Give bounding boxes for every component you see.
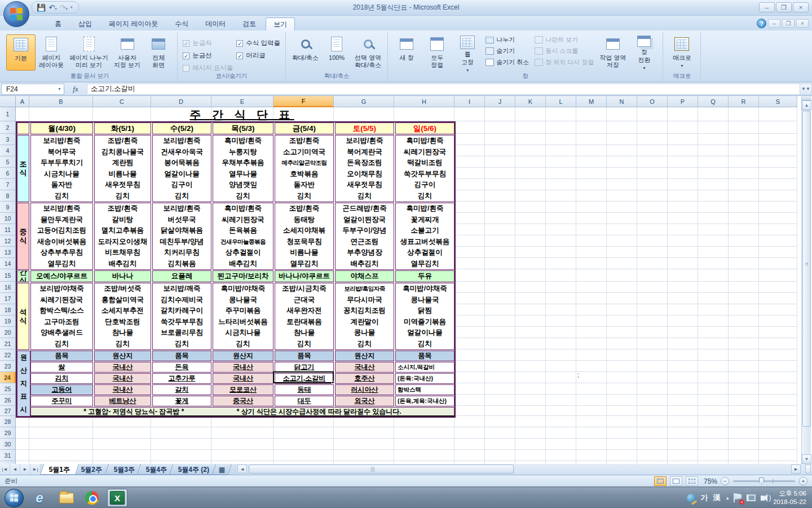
column-header-B[interactable]: B [29,96,93,107]
column-header-J[interactable]: J [485,96,515,107]
start-button[interactable] [5,489,24,507]
origin-header-0[interactable]: 품목 [30,351,93,361]
origin-header-2[interactable]: 품목 [152,351,211,361]
ime-korean-label[interactable]: 가 [700,493,708,503]
column-header-K[interactable]: K [515,96,546,107]
row-header-10[interactable]: 10 [0,213,16,224]
corner-cell[interactable] [17,122,29,134]
scroll-right-icon[interactable]: ► [791,465,801,474]
origin-header-6[interactable]: 품목 [395,351,454,361]
day-header-화(5/1)[interactable]: 화(5/1) [94,122,151,134]
origin-cell-r26-c4[interactable]: 대두 [275,396,334,406]
page-layout-view-button[interactable]: 페이지 레이아웃 [37,34,66,71]
row-header-27[interactable]: 27 [0,406,16,416]
tab-split-handle[interactable] [805,465,811,474]
origin-cell-r23-c5[interactable]: 국내산 [335,362,394,373]
ribbon-tab-검토[interactable]: 검토 [235,17,263,32]
menu-cell-월(4/30)-석식[interactable]: 보리밥/야채죽씨레기된장국함박스텍/소스고구마조림양배추샐러드김치 [30,283,93,350]
minimize-button[interactable]: – [759,2,775,12]
name-box[interactable]: F24 ▼ [1,84,64,95]
column-header-A[interactable]: A [16,96,29,107]
arrange-all-button[interactable]: 모두 정렬 [422,34,452,71]
scroll-left-icon[interactable]: ◄ [237,465,247,474]
zoom-button[interactable]: 확대/축소 [290,34,321,71]
zoom-level[interactable]: 75% [704,478,717,485]
section-label-중식[interactable]: 중식 [17,203,29,270]
insert-worksheet-tab[interactable]: ▦ [212,464,232,475]
switch-windows-button[interactable]: 창 전환 ▼ [629,34,659,71]
snack-cell-수(5/2)[interactable]: 요플레 [152,270,211,282]
custom-views-button[interactable]: 사용자 지정 보기 [112,34,143,71]
horizontal-scroll-thumb[interactable] [249,465,514,474]
zoom-out-icon[interactable]: − [721,477,729,485]
hide-button[interactable]: 숨기기 [484,46,530,56]
row-header-5[interactable]: 5 [0,156,16,168]
fill-handle[interactable] [332,381,334,384]
origin-cell-r23-c3[interactable]: 국내산 [213,362,273,373]
zoom-in-icon[interactable]: + [799,477,807,485]
zoom-to-selection-button[interactable]: 선택 영역 확대/축소 [352,34,383,71]
menu-cell-금(5/4)-석식[interactable]: 조밥/시금치죽근대국새우완자전토란대볶음참나물김치 [275,283,334,350]
snack-cell-토(5/5)[interactable]: 야채스프 [335,270,394,282]
checkbox-icon[interactable]: ✓ [183,52,189,59]
normal-view-button[interactable]: 기본 [6,34,36,71]
origin-header-5[interactable]: 원산지 [335,351,394,361]
status-normal-view-button[interactable] [654,476,667,486]
row-header-9[interactable]: 9 [0,202,16,213]
row-header-30[interactable]: 30 [0,439,16,450]
row-header-8[interactable]: 8 [0,190,16,202]
origin-cell-r25-c5[interactable]: 러시아산 [335,384,394,395]
vertical-split-handle[interactable] [802,96,811,100]
workbook-close-button[interactable]: × [796,19,809,28]
name-box-caret-icon[interactable]: ▼ [58,87,61,91]
column-header-E[interactable]: E [211,96,273,107]
ribbon-tab-홈[interactable]: 홈 [47,17,69,32]
zoom-slider-thumb[interactable] [759,478,764,485]
ribbon-tab-데이터[interactable]: 데이터 [198,17,233,32]
menu-cell-토(5/5)-조식[interactable]: 보리밥/흰죽북어계란국돈육장조림오이채무침새우젓무침김치 [335,135,394,202]
column-header-P[interactable]: P [668,96,698,107]
formula-bar-expand-icon[interactable]: ▼▼ [800,84,812,95]
select-all-corner[interactable] [0,96,16,107]
origin-cell-r26-c1[interactable]: 베트남산 [94,396,151,406]
status-page-break-button[interactable] [686,476,698,486]
close-button[interactable]: × [793,2,809,12]
row-header-6[interactable]: 6 [0,168,16,179]
origin-cell-r24-c6[interactable]: (돈육:국내산) [395,373,454,384]
scroll-up-icon[interactable]: ▲ [802,100,811,110]
origin-cell-r25-c0[interactable]: 고등어 [30,384,93,395]
volume-icon[interactable] [761,496,765,501]
row-header-4[interactable]: 4 [0,145,16,156]
ribbon-tab-보기[interactable]: 보기 [266,17,295,32]
origin-cell-r25-c3[interactable]: 모로코산 [213,384,273,395]
show-hidden-icons-icon[interactable]: ▲ [725,496,730,501]
origin-cell-r25-c6[interactable]: 함박스텍 [395,384,454,395]
row-header-28[interactable]: 28 [0,416,16,427]
snack-cell-화(5/1)[interactable]: 바나나 [94,270,151,282]
menu-cell-목(5/3)-석식[interactable]: 흑미밥/야채죽콩나물국주꾸미볶음느타리버섯볶음시금치나물김치 [213,283,273,350]
menu-cell-수(5/2)-석식[interactable]: 보리밥/깨죽김치수제비국갈치카레구이쑥갓두부무침브로콜리무침김치 [152,283,211,350]
menu-cell-금(5/4)-중식[interactable]: 조밥/흰죽동태탕소세지야채볶청포묵무침비름나물열무김치 [275,203,334,270]
language-bar-icon[interactable] [687,494,695,502]
unhide-button[interactable]: 숨기기 취소 [484,58,530,67]
column-header-F[interactable]: F [273,96,334,107]
menu-cell-금(5/4)-조식[interactable]: 조밥/흰죽소고기미역국메추리알곤약조림호박볶음돌자반김치 [275,135,334,202]
row-header-1[interactable]: 1 [0,107,16,121]
menu-cell-화(5/1)-조식[interactable]: 조밥/흰죽김치콩나물국계란찜비름나물새우젓무침김치 [94,135,151,202]
menu-cell-월(4/30)-조식[interactable]: 보리밥/흰죽북어무국두부두루치기시금치나물돌자반김치 [30,135,93,202]
column-header-D[interactable]: D [151,96,211,107]
taskbar-chrome[interactable] [82,489,102,507]
save-workspace-button[interactable]: 작업 영역 저장 [597,34,628,71]
taskbar-internet-explorer[interactable]: e [29,489,50,507]
column-header-H[interactable]: H [394,96,454,107]
row-header-14[interactable]: 14 [0,258,16,269]
checkbox-icon[interactable]: ✓ [236,40,243,47]
snack-cell-금(5/4)[interactable]: 바나나/야쿠르트 [275,270,334,282]
ribbon-tab-페이지 레이아웃[interactable]: 페이지 레이아웃 [102,17,165,32]
section-label-간식[interactable]: 간식 [17,270,29,282]
origin-cell-r23-c6[interactable]: 소시지,떡갈비 [395,362,454,373]
row-header-21[interactable]: 21 [0,338,16,349]
first-sheet-icon[interactable]: |◄ [0,464,10,475]
row-header-3[interactable]: 3 [0,134,16,145]
origin-cell-r26-c2[interactable]: 꽃게 [152,396,211,406]
